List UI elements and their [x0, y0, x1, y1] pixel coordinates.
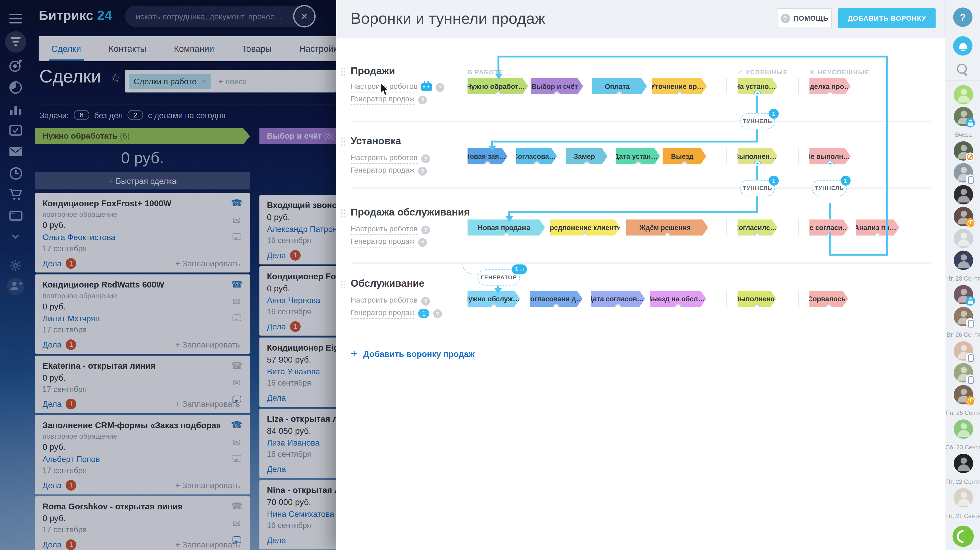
avatar[interactable] [954, 285, 973, 304]
stage-connector[interactable] [635, 161, 641, 167]
setup-robots-link[interactable]: Настроить роботов [351, 296, 417, 307]
stage-connector[interactable] [676, 91, 682, 97]
avatar[interactable] [954, 207, 973, 226]
stage-chip[interactable]: Дата согласов… [591, 291, 645, 307]
stage-chip[interactable]: Нужно обслуж… [468, 291, 520, 307]
stage-chip[interactable]: Выполнен… [737, 148, 778, 164]
generator-badge[interactable]: ГЕНЕРАТОР1 [477, 269, 520, 286]
tunnel-badge[interactable]: ТУННЕЛЬ1 [740, 113, 775, 129]
sales-generator-link[interactable]: Генератор продаж [351, 166, 414, 176]
helpdesk-button[interactable]: ? [953, 7, 973, 27]
avatar[interactable] [954, 488, 973, 508]
stage-connector[interactable] [490, 304, 496, 310]
help-button[interactable]: ?ПОМОЩЬ [777, 8, 832, 28]
notifications-button[interactable] [953, 36, 973, 56]
help-circle-icon[interactable]: ? [421, 154, 430, 163]
stage-connector[interactable] [754, 233, 760, 239]
stage-connector[interactable] [553, 304, 559, 310]
help-circle-icon[interactable]: ? [418, 167, 427, 175]
stage-chip[interactable]: Выезд на обсл… [650, 291, 706, 307]
avatar[interactable] [954, 107, 973, 126]
tunnel-badge[interactable]: ТУННЕЛЬ1 [812, 180, 847, 196]
stage-connector[interactable] [533, 161, 539, 167]
stage-connector[interactable] [664, 233, 670, 239]
stage-connector[interactable] [554, 91, 560, 97]
stage-connector[interactable] [616, 91, 622, 97]
sales-generator-link[interactable]: Генератор продаж [351, 237, 414, 248]
avatar[interactable] [954, 251, 973, 270]
help-circle-icon[interactable]: ? [436, 83, 444, 91]
stage-chip[interactable]: Выполнено [737, 291, 776, 307]
stage-chip[interactable]: На устано… [737, 78, 778, 94]
sales-generator-link[interactable]: Генератор продаж [351, 308, 414, 319]
stage-connector[interactable] [681, 161, 687, 167]
zone-separator [726, 148, 727, 164]
chat-list-item: Вчера [955, 129, 972, 141]
funnel-name[interactable]: Обслуживание [351, 278, 425, 289]
help-circle-icon[interactable]: ? [421, 296, 430, 305]
drag-handle-icon[interactable] [341, 138, 346, 148]
avatar[interactable] [954, 454, 973, 473]
stage-connector[interactable] [582, 233, 588, 239]
avatar[interactable] [954, 419, 973, 439]
avatar[interactable] [954, 341, 973, 361]
stage-chip[interactable]: Дата устан… [616, 148, 660, 164]
avatar[interactable] [954, 229, 973, 248]
stage-chip[interactable]: Не выполн… [810, 148, 851, 164]
stage-chip[interactable]: Анализ пр… [856, 219, 899, 236]
add-funnel-button[interactable]: ДОБАВИТЬ ВОРОНКУ [838, 8, 935, 28]
stage-connector[interactable] [754, 304, 760, 310]
stage-chip[interactable]: Сделка про… [810, 78, 851, 94]
setup-robots-link[interactable]: Настроить роботов [351, 224, 417, 235]
stage-connector[interactable] [584, 161, 590, 167]
stage-connector[interactable] [874, 233, 880, 239]
modal-dim-overlay[interactable] [0, 0, 337, 550]
stage-connector[interactable] [484, 161, 490, 167]
stage-chip[interactable]: Сорвалось [810, 291, 848, 307]
help-circle-icon[interactable]: ? [421, 225, 430, 234]
funnel-name[interactable]: Продажа обслуживания [351, 207, 470, 218]
avatar[interactable] [954, 163, 973, 183]
stage-chip[interactable]: Ждём решения [626, 219, 708, 236]
help-circle-icon[interactable]: ? [418, 238, 427, 246]
stage-chip[interactable]: Оплата [592, 78, 647, 94]
funnel-name[interactable]: Установка [351, 135, 401, 147]
stage-chip[interactable]: Новая зая… [468, 148, 508, 164]
drag-handle-icon[interactable] [341, 68, 346, 78]
help-circle-icon[interactable]: ? [433, 309, 442, 318]
avatar[interactable] [954, 363, 973, 383]
stage-chip[interactable]: Выбор и счёт [531, 78, 583, 94]
funnel-name[interactable]: Продажи [351, 66, 395, 77]
stage-connector[interactable] [615, 304, 621, 310]
drag-handle-icon[interactable] [341, 281, 346, 291]
stage-chip[interactable]: Согласовани д… [530, 291, 583, 307]
add-sales-funnel-link[interactable]: + Добавить воронку продаж [351, 348, 475, 359]
stage-connector[interactable] [495, 91, 501, 97]
stage-chip[interactable]: Согласова… [516, 148, 557, 164]
stage-chip[interactable]: Согласилс… [737, 219, 778, 236]
telephony-button[interactable] [953, 526, 974, 547]
chat-date-label: Вчера [955, 129, 972, 141]
tunnel-connector[interactable] [827, 161, 833, 167]
stage-connector[interactable] [826, 304, 832, 310]
stage-chip[interactable]: Выезд [663, 148, 706, 164]
avatar[interactable] [954, 185, 973, 205]
stage-connector[interactable] [503, 233, 509, 239]
avatar[interactable] [954, 141, 973, 161]
tunnel-badge[interactable]: ТУННЕЛЬ1 [740, 180, 775, 196]
stage-connector[interactable] [827, 91, 833, 97]
generator-count-pill: 1 [418, 309, 430, 318]
stage-connector[interactable] [675, 304, 681, 310]
stage-chip[interactable]: Уточнение вр… [652, 78, 707, 94]
drag-handle-icon[interactable] [341, 209, 346, 219]
avatar[interactable] [954, 385, 973, 404]
setup-robots-link[interactable]: Настроить роботов [351, 153, 417, 164]
chat-list-item [954, 207, 973, 229]
avatar[interactable] [954, 85, 973, 105]
chat-list-item [954, 341, 973, 363]
sidebar-search-icon[interactable] [957, 64, 967, 74]
help-circle-icon[interactable]: ? [418, 95, 427, 104]
stage-chip[interactable]: Предложение клиенту [550, 219, 620, 236]
stage-chip[interactable]: Замер [566, 148, 608, 164]
avatar[interactable] [954, 307, 973, 326]
